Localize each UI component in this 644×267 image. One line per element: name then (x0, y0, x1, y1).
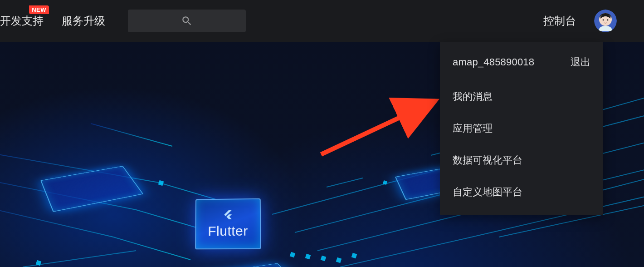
dropdown-item-data-viz[interactable]: 数据可视化平台 (440, 144, 603, 176)
svg-point-3 (607, 20, 609, 21)
nav-service-upgrade[interactable]: 服务升级 (53, 14, 114, 28)
flutter-logo-icon (222, 209, 234, 221)
search-icon (181, 15, 193, 27)
dropdown-item-app-management[interactable]: 应用管理 (440, 113, 603, 144)
svg-rect-9 (305, 254, 311, 260)
svg-rect-4 (158, 180, 164, 186)
svg-point-2 (603, 20, 604, 21)
logout-link[interactable]: 退出 (571, 55, 590, 69)
avatar-icon (594, 10, 617, 32)
svg-rect-11 (336, 257, 342, 263)
svg-rect-10 (321, 256, 327, 262)
svg-rect-8 (290, 252, 296, 258)
dropdown-username: amap_485890018 (453, 56, 534, 68)
avatar[interactable] (594, 10, 617, 32)
dropdown-header: amap_485890018 退出 (440, 53, 603, 81)
console-link[interactable]: 控制台 (543, 14, 576, 28)
nav-dev-support-label: 开发支持 (0, 14, 44, 28)
nav-dev-support[interactable]: 开发支持 NEW (0, 14, 53, 28)
flutter-label: Flutter (208, 223, 248, 239)
new-badge: NEW (29, 5, 49, 14)
user-dropdown: amap_485890018 退出 我的消息 应用管理 数据可视化平台 自定义地… (440, 42, 603, 215)
dropdown-item-messages[interactable]: 我的消息 (440, 81, 603, 113)
console-label: 控制台 (543, 15, 576, 27)
dropdown-item-custom-map[interactable]: 自定义地图平台 (440, 176, 603, 208)
svg-rect-12 (351, 253, 357, 259)
top-header: 开发支持 NEW 服务升级 控制台 (0, 0, 644, 42)
nav-service-upgrade-label: 服务升级 (62, 14, 105, 28)
flutter-card: Flutter (195, 198, 261, 249)
search-input[interactable] (128, 10, 246, 32)
